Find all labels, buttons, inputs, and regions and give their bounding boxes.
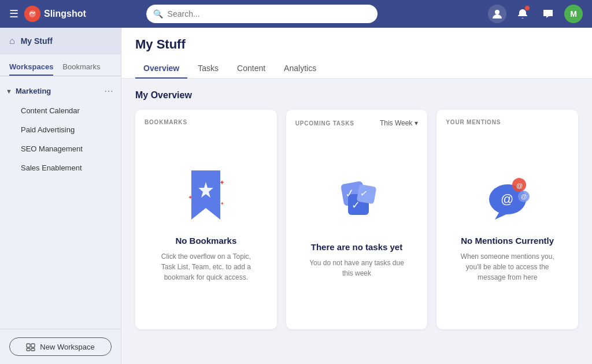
workspace-group-header[interactable]: ▼ Marketing ⋯ (0, 81, 121, 101)
tab-analytics[interactable]: Analytics (276, 59, 324, 79)
search-icon: 🔍 (153, 9, 163, 18)
app-logo: Slingshot (24, 6, 86, 22)
mentions-empty-title: No Mentions Currently (461, 236, 554, 246)
svg-text:@: @ (501, 192, 513, 206)
logo-icon (24, 6, 40, 22)
sidebar-tabs: Workspaces Bookmarks (0, 59, 121, 76)
sidebar-tab-bookmarks[interactable]: Bookmarks (62, 59, 100, 76)
new-workspace-button[interactable]: New Workspace (9, 337, 112, 356)
avatar[interactable]: M (564, 5, 583, 23)
svg-marker-18 (495, 213, 508, 220)
tasks-empty-desc: You do not have any tasks due this week (305, 258, 409, 278)
bookmarks-card-header: BOOKMARKS (145, 119, 268, 125)
profile-icon[interactable] (488, 5, 506, 23)
workspace-group-name: Marketing (16, 87, 51, 95)
topbar-right: M (488, 5, 583, 23)
mentions-card-body: @ @ @ No Mentions Currently Whe (446, 130, 569, 320)
hamburger-icon[interactable]: ☰ (9, 8, 18, 20)
svg-rect-2 (27, 344, 30, 347)
tasks-empty-title: There are no tasks yet (311, 242, 402, 252)
chat-icon[interactable] (539, 5, 557, 23)
sidebar-header: ⌂ My Stuff (0, 28, 121, 54)
workspace-item-label: Content Calendar (21, 106, 104, 115)
app-name: Slingshot (44, 9, 86, 19)
tasks-svg: ✓ ✓ ✓ (328, 174, 386, 232)
svg-point-1 (495, 10, 500, 14)
workspace-item-paid-advertising[interactable]: Paid Advertising ⋯ (0, 120, 121, 139)
logo-svg (28, 9, 37, 18)
main-layout: ⌂ My Stuff Workspaces Bookmarks ▼ Market… (0, 28, 592, 364)
tasks-filter[interactable]: This Week ▾ (380, 119, 418, 127)
new-workspace-label: New Workspace (40, 343, 94, 351)
mentions-svg: @ @ @ (479, 168, 536, 225)
mentions-card: YOUR MENTIONS @ @ (436, 110, 578, 329)
notifications-icon[interactable] (513, 5, 532, 23)
sidebar-footer: New Workspace (0, 329, 121, 364)
workspace-group-marketing: ▼ Marketing ⋯ Content Calendar ⋯ Paid Ad… (0, 81, 121, 177)
tab-overview[interactable]: Overview (135, 59, 187, 79)
chevron-down-icon: ▼ (6, 88, 12, 95)
workspace-group-menu-icon[interactable]: ⋯ (104, 86, 114, 96)
workspace-item-sales-enablement[interactable]: Sales Enablement ⋯ (0, 158, 121, 177)
upcoming-tasks-card-header: UPCOMING TASKS This Week ▾ (295, 119, 419, 127)
bookmarks-card: BOOKMARKS ✦ ✦ (135, 110, 277, 329)
workspace-item-content-calendar[interactable]: Content Calendar ⋯ (0, 101, 121, 120)
svg-rect-3 (31, 344, 35, 347)
new-workspace-icon (26, 342, 35, 351)
tasks-filter-chevron: ▾ (415, 119, 418, 127)
content-header: My Stuff Overview Tasks Content Analytic… (121, 28, 592, 79)
sidebar-tab-workspaces[interactable]: Workspaces (9, 59, 53, 76)
content-tabs: Overview Tasks Content Analytics (135, 59, 578, 78)
bookmark-svg: ✦ ✦ ✦ (180, 165, 232, 228)
bookmarks-illustration: ✦ ✦ ✦ (177, 168, 235, 225)
overview-cards: BOOKMARKS ✦ ✦ (135, 110, 578, 329)
svg-text:✦: ✦ (188, 194, 193, 200)
svg-text:✦: ✦ (219, 179, 225, 187)
bookmarks-card-body: ✦ ✦ ✦ No Bookmarks Click the overflow on… (145, 130, 268, 320)
sidebar-content: ▼ Marketing ⋯ Content Calendar ⋯ Paid Ad… (0, 76, 121, 329)
svg-text:@: @ (516, 182, 523, 189)
svg-rect-5 (31, 348, 35, 351)
notif-badge (525, 6, 530, 10)
sidebar: ⌂ My Stuff Workspaces Bookmarks ▼ Market… (0, 28, 121, 364)
tab-content[interactable]: Content (229, 59, 273, 79)
upcoming-tasks-card-label: UPCOMING TASKS (295, 120, 354, 127)
main-content: My Stuff Overview Tasks Content Analytic… (121, 28, 592, 364)
topbar: ☰ Slingshot 🔍 M (0, 0, 592, 28)
sidebar-header-label: My Stuff (21, 36, 53, 46)
upcoming-tasks-card: UPCOMING TASKS This Week ▾ ✓ (286, 110, 428, 329)
workspace-item-seo-management[interactable]: SEO Management ⋯ (0, 139, 121, 158)
home-icon: ⌂ (9, 36, 15, 46)
svg-text:@: @ (521, 194, 527, 200)
tasks-filter-label: This Week (380, 119, 412, 127)
tasks-illustration: ✓ ✓ ✓ (328, 174, 386, 232)
upcoming-tasks-card-body: ✓ ✓ ✓ There are no tasks yet You do not … (295, 132, 419, 320)
bookmarks-card-label: BOOKMARKS (145, 119, 187, 125)
workspace-item-label: Paid Advertising (21, 125, 104, 134)
mentions-card-label: YOUR MENTIONS (446, 119, 501, 125)
profile-svg (491, 8, 503, 20)
search-bar[interactable]: 🔍 (146, 5, 378, 23)
mentions-card-header: YOUR MENTIONS (446, 119, 569, 125)
overview-title: My Overview (135, 90, 578, 101)
tab-tasks[interactable]: Tasks (190, 59, 227, 79)
chat-svg (542, 8, 554, 20)
search-input[interactable] (168, 9, 371, 18)
page-title: My Stuff (135, 37, 578, 52)
topbar-left: ☰ Slingshot (9, 6, 86, 22)
workspace-item-label: Sales Enablement (21, 164, 104, 172)
overview-section: My Overview BOOKMARKS (121, 79, 592, 341)
mentions-empty-desc: When someone mentions you, you'll be abl… (456, 251, 560, 283)
svg-text:✦: ✦ (220, 201, 224, 206)
svg-rect-4 (27, 348, 30, 351)
bookmarks-empty-desc: Click the overflow on a Topic, Task List… (154, 251, 258, 283)
bookmarks-empty-title: No Bookmarks (175, 236, 236, 246)
workspace-item-label: SEO Management (21, 144, 104, 153)
workspace-group-header-left: ▼ Marketing (6, 87, 51, 95)
mentions-illustration: @ @ @ (479, 168, 536, 225)
